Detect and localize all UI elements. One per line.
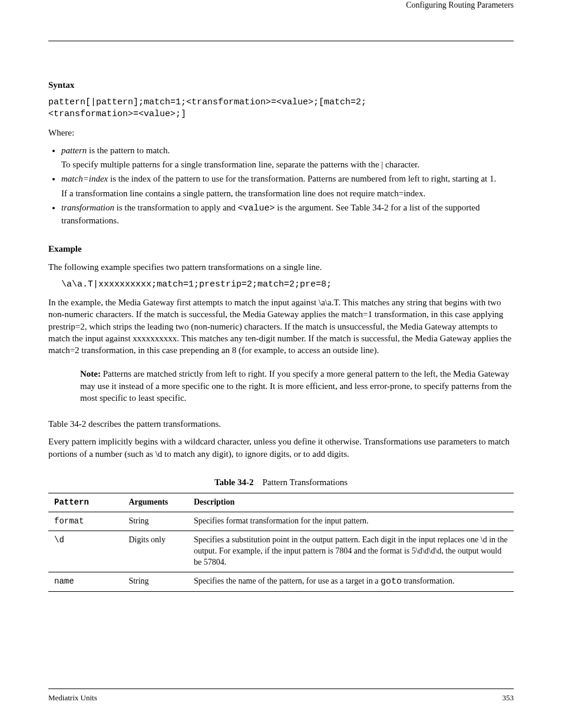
th-args: Arguments — [123, 493, 188, 512]
bullet-3: transformation is the transformation to … — [61, 202, 514, 227]
transformations-table: Pattern Arguments Description format Str… — [48, 493, 514, 592]
header-rule — [48, 41, 514, 41]
cell-arg-0: String — [123, 512, 188, 531]
example-intro: The following example specifies two patt… — [48, 261, 514, 273]
page-footer: Mediatrix Units 353 — [48, 689, 514, 703]
bullet-1-code: pattern — [61, 146, 87, 155]
bullet-1-sub: To specify multiple patterns for a singl… — [61, 159, 514, 170]
table-caption: Table 34-2 Pattern Transformations — [48, 476, 514, 488]
after-section-para: Table 34-2 describes the pattern transfo… — [48, 418, 514, 430]
cell-arg-2: String — [123, 572, 188, 591]
section-title-syntax: Syntax — [48, 79, 514, 91]
th-desc: Description — [188, 493, 514, 512]
bullet-3-mid: is the transformation to apply and — [114, 203, 238, 212]
th-pattern: Pattern — [48, 493, 123, 512]
bullet-2-sub: If a transformation line contains a sing… — [61, 187, 514, 199]
table-row: name String Specifies the name of the pa… — [48, 572, 514, 591]
note-block: Note: Patterns are matched strictly from… — [80, 368, 514, 404]
table-caption-text: Pattern Transformations — [262, 477, 348, 487]
cell-pat-2: name — [48, 572, 123, 591]
syntax-code: pattern[|pattern];match=1;<transformatio… — [48, 97, 514, 121]
note-text: Patterns are matched strictly from left … — [80, 369, 512, 403]
wildcard-para: Every pattern implicitly begins with a w… — [48, 436, 514, 460]
footer-right: 353 — [503, 693, 514, 703]
where-list: pattern is the pattern to match. To spec… — [61, 144, 514, 227]
where-label: Where: — [48, 127, 514, 139]
bullet-3-code: transformation — [61, 203, 114, 212]
bullet-2-text: is the index of the pattern to use for t… — [108, 174, 496, 183]
footer-left: Mediatrix Units — [48, 693, 97, 703]
cell-desc-2: Specifies the name of the pattern, for u… — [188, 572, 514, 591]
table-caption-label: Table 34-2 — [214, 477, 254, 487]
bullet-2-code: match=index — [61, 174, 108, 183]
bullet-2: match=index is the index of the pattern … — [61, 173, 514, 199]
table-row: format String Specifies format transform… — [48, 512, 514, 531]
table-row: \d Digits only Specifies a substitution … — [48, 531, 514, 572]
bullet-1: pattern is the pattern to match. To spec… — [61, 144, 514, 171]
note-label: Note: — [80, 369, 103, 378]
cell-desc-1: Specifies a substitution point in the ou… — [188, 531, 514, 572]
cell-arg-1: Digits only — [123, 531, 188, 572]
example-code: \a\a.T|xxxxxxxxxx;match=1;prestrip=2;mat… — [61, 279, 514, 291]
bullet-1-text: is the pattern to match. — [87, 146, 170, 155]
example-explain: In the example, the Media Gateway first … — [48, 297, 514, 356]
cell-pat-0: format — [48, 512, 123, 531]
example-heading: Example — [48, 243, 514, 255]
bullet-3-val: <value> — [238, 203, 275, 213]
cell-pat-1: \d — [48, 531, 123, 572]
cell-desc-0: Specifies format transformation for the … — [188, 512, 514, 531]
header-right: Configuring Routing Parameters — [48, 0, 514, 15]
